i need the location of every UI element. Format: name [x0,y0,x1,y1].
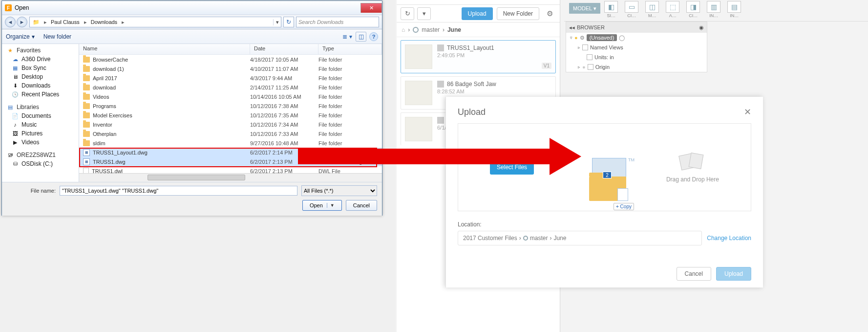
help-button[interactable]: ? [369,32,378,41]
back-button[interactable]: ◄ [5,17,16,27]
titlebar[interactable]: F Open ✕ [2,1,382,15]
expand-icon[interactable]: ▹ [578,65,580,69]
sidebar-item[interactable]: 🖼Pictures [2,129,79,138]
file-row[interactable]: April 20174/3/2017 9:44 AMFile folder [79,73,382,83]
dwg-icon: ▦ [83,149,90,156]
sidebar-item[interactable]: 📄Documents [2,111,79,120]
chevron-left-icon[interactable]: ◂◂ [569,24,575,31]
bulb-icon[interactable]: ● [574,35,578,41]
cancel-button[interactable]: Cancel [677,267,711,281]
history-button[interactable]: ↻ [401,7,414,20]
drop-icon [680,152,705,173]
address-dropdown[interactable]: ▾ [273,19,281,25]
horizontal-scrollbar[interactable] [79,173,382,182]
file-row[interactable]: Otherplan10/12/2016 7:33 AMFile folder [79,129,382,138]
navigation-pane[interactable]: ★Favorites ☁A360 Drive ▦Box Sync 🖥Deskto… [2,44,79,182]
sidebar-item[interactable]: 🖥Desktop [2,72,79,81]
radio-icon: ◯ [619,35,625,41]
upload-submit-button[interactable]: Upload [716,267,751,281]
tree-units[interactable]: Units: in [566,52,707,62]
tree-root[interactable]: ▿ ● ⚙ (Unsaved) ◯ [566,33,707,43]
ribbon-cmd-3[interactable]: ⬚A… [666,1,679,18]
folder-icon [83,131,90,137]
cancel-button[interactable]: Cancel [346,200,377,211]
folder-icon: 📁 [30,19,43,25]
new-folder-button[interactable]: New folder [43,33,71,40]
change-location-link[interactable]: Change Location [707,235,751,242]
file-list[interactable]: BrowserCache4/18/2017 10:05 AMFile folde… [79,55,382,173]
drop-zone[interactable]: Select Files or 2 + Copy Drag and Drop H… [458,123,751,211]
collapse-icon[interactable]: ▿ [570,35,572,40]
bulb-off-icon[interactable]: ● [582,64,586,70]
sidebar-item[interactable]: ♪Music [2,120,79,129]
sidebar-item[interactable]: ⬇Downloads [2,81,79,90]
sidebar-item[interactable]: ▦Box Sync [2,64,79,72]
file-row[interactable]: Inventor10/12/2016 7:34 AMFile folder [79,120,382,129]
folder-icon [83,94,90,100]
file-row[interactable]: download (1)4/10/2017 11:07 AMFile folde… [79,64,382,73]
search-input[interactable]: Search Downloads [296,17,379,27]
cube-icon [437,81,444,88]
preview-pane-button[interactable]: ◫ [356,32,366,42]
close-button[interactable]: ✕ [360,3,382,13]
data-breadcrumb[interactable]: ⌂› master› June [397,22,560,37]
sidebar-item[interactable]: ☁A360 Drive [2,55,79,64]
refresh-button[interactable]: ↻ [283,17,294,27]
library-icon: ▤ [7,104,14,111]
gear-icon[interactable]: ⚙ [580,35,585,41]
file-row[interactable]: Programs10/12/2016 7:38 AMFile folder [79,101,382,111]
ribbon-cmd-5[interactable]: ▥IN… [707,1,720,18]
file-row[interactable]: sldim9/27/2016 10:48 AMFile folder [79,138,382,148]
box-icon: ▦ [12,65,19,71]
home-icon[interactable]: ⌂ [402,26,405,33]
tree-origin[interactable]: ▹ ● Origin [566,62,707,72]
upload-button[interactable]: Upload [462,7,493,20]
sidebar-item[interactable]: 🕓Recent Places [2,90,79,99]
file-row[interactable]: Model Exercises10/12/2016 7:35 AMFile fo… [79,111,382,120]
ribbon-cmd-0[interactable]: ◧SI… [604,1,618,18]
cube-icon [437,117,444,124]
file-row[interactable]: TRUSS1.dwl6/2/2017 2:13 PMDWL File [79,166,382,173]
ribbon-cmd-1[interactable]: ▭CI… [625,1,638,18]
data-item[interactable]: TRUSS1_Layout1 2:49:05 PM V1 [401,40,556,73]
tree-named-views[interactable]: ▹ Named Views [566,43,707,52]
tree-root-label: (Unsaved) [587,34,617,41]
location-path[interactable]: 2017 Customer Files› master› June [458,231,702,245]
item-time: 2:49:05 PM [437,52,537,58]
file-filter-select[interactable]: All Files (*.*) [301,185,377,196]
file-icon [83,168,89,174]
select-files-button[interactable]: Select Files [490,160,534,175]
sidebar-item[interactable]: ▶Videos [2,138,79,147]
open-button[interactable]: Open▼ [302,200,342,211]
ribbon-cmd-6[interactable]: ▤IN… [727,1,741,18]
organize-menu[interactable]: Organize ▾ [6,33,35,40]
file-row[interactable]: ▦TRUSS1.dwg6/2/2017 2:13 PMAutoCAD Drawi… [79,157,382,166]
file-row[interactable]: BrowserCache4/18/2017 10:05 AMFile folde… [79,55,382,64]
fusion-ribbon: MODEL ▾ ◧SI… ▭CI… ◫M… ⬚A… ◨CI… ▥IN… ▤IN… [564,0,868,22]
file-row[interactable]: Videos10/14/2016 10:05 AMFile folder [79,92,382,101]
workspace-switcher[interactable]: MODEL ▾ [569,3,600,14]
copy-tooltip: + Copy [614,203,634,210]
forward-button[interactable]: ► [17,17,27,27]
view-mode-button[interactable]: ▾ [417,7,431,20]
folder-icon [83,57,90,63]
new-folder-button[interactable]: New Folder [497,7,539,20]
close-icon[interactable]: ✕ [744,107,751,117]
expand-icon[interactable]: ▹ [578,45,580,50]
filename-input[interactable] [60,186,297,196]
gear-icon[interactable]: ⚙ [543,7,556,20]
sidebar-item[interactable]: ⛁OSDisk (C:) [2,159,79,168]
file-row[interactable]: ▦TRUSS1_Layout1.dwg6/2/2017 2:14 PMAutoC… [79,148,382,157]
video-icon: ▶ [12,139,19,146]
view-mode-button[interactable]: ≣ ▾ [342,32,353,42]
column-headers[interactable]: Name Date Type [79,44,382,55]
file-row[interactable]: download2/14/2017 11:25 AMFile folder [79,83,382,92]
ribbon-cmd-2[interactable]: ◫M… [645,1,659,18]
browser-title: BROWSER [577,24,605,30]
folder-icon [83,140,90,146]
document-icon [587,54,593,60]
ribbon-cmd-4[interactable]: ◨CI… [686,1,700,18]
browser-settings-icon[interactable]: ◉ [699,24,704,31]
dialog-title: Upload [458,107,486,117]
address-bar[interactable]: 📁▸ Paul Clauss▸ Downloads▸ ▾ [29,17,281,27]
